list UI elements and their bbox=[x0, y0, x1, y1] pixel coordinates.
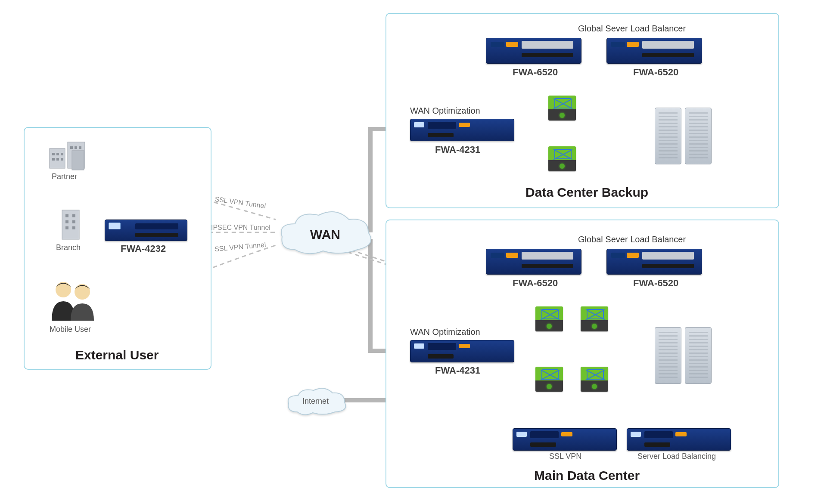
svg-rect-13 bbox=[65, 214, 68, 217]
gslb-backup-label: Global Sever Load Balancer bbox=[578, 24, 686, 34]
vpn-ipsec: IPSEC VPN Tunnel bbox=[211, 224, 270, 232]
svg-rect-6 bbox=[52, 158, 55, 161]
appliance-b-6520-2 bbox=[606, 38, 702, 64]
switch-m-4 bbox=[581, 367, 608, 392]
svg-rect-14 bbox=[72, 214, 75, 217]
svg-rect-15 bbox=[65, 220, 68, 223]
label-m-6520-2: FWA-6520 bbox=[633, 278, 678, 289]
appliance-b-4231 bbox=[410, 119, 514, 141]
partner-icon bbox=[45, 138, 93, 174]
wanopt-backup-label: WAN Optimization bbox=[410, 106, 480, 116]
switch-b-1 bbox=[548, 96, 576, 121]
svg-point-20 bbox=[75, 284, 90, 300]
wanopt-main-label: WAN Optimization bbox=[410, 327, 480, 337]
svg-rect-4 bbox=[56, 153, 59, 155]
label-m-4231: FWA-4231 bbox=[435, 365, 480, 376]
svg-rect-5 bbox=[61, 153, 63, 155]
appliance-m-6520-1 bbox=[486, 249, 581, 275]
sslvpn-label: SSL VPN bbox=[549, 452, 581, 461]
svg-rect-8 bbox=[61, 158, 63, 161]
svg-rect-9 bbox=[70, 146, 73, 149]
svg-rect-7 bbox=[56, 158, 59, 161]
svg-rect-11 bbox=[79, 146, 81, 149]
svg-point-19 bbox=[56, 282, 71, 297]
appliance-slb bbox=[627, 428, 731, 451]
mobile-user-label: Mobile User bbox=[50, 325, 91, 334]
diagram-stage: External User Partner Bran bbox=[0, 0, 827, 504]
switch-m-2 bbox=[581, 306, 608, 331]
svg-rect-17 bbox=[65, 226, 68, 229]
mobile-user-icon bbox=[45, 278, 101, 327]
gslb-main-label: Global Sever Load Balancer bbox=[578, 235, 686, 244]
svg-rect-3 bbox=[52, 153, 55, 155]
switch-m-1 bbox=[535, 306, 563, 331]
rack-backup bbox=[655, 108, 719, 164]
label-b-4231: FWA-4231 bbox=[435, 144, 480, 155]
branch-icon bbox=[56, 207, 86, 245]
internet-label: Internet bbox=[302, 397, 329, 406]
appliance-sslvpn bbox=[513, 428, 617, 451]
switch-b-2 bbox=[548, 146, 576, 171]
svg-rect-10 bbox=[75, 146, 77, 149]
branch-label: Branch bbox=[56, 243, 81, 252]
appliance-m-4231 bbox=[410, 340, 514, 362]
label-fwa4232: FWA-4232 bbox=[121, 243, 166, 254]
zone-main-dc-title: Main Data Center bbox=[534, 468, 640, 483]
wan-label: WAN bbox=[310, 227, 340, 242]
partner-label: Partner bbox=[52, 172, 77, 181]
svg-rect-2 bbox=[72, 151, 84, 170]
slb-label: Server Load Balancing bbox=[637, 452, 716, 461]
svg-rect-12 bbox=[62, 210, 79, 239]
switch-m-3 bbox=[535, 367, 563, 392]
appliance-b-6520-1 bbox=[486, 38, 581, 64]
rack-main bbox=[655, 327, 719, 383]
zone-external-user-title: External User bbox=[75, 348, 159, 362]
label-m-6520-1: FWA-6520 bbox=[513, 278, 558, 289]
svg-rect-16 bbox=[72, 220, 75, 223]
zone-dc-backup-title: Data Center Backup bbox=[525, 185, 648, 200]
svg-rect-18 bbox=[72, 226, 75, 229]
appliance-m-6520-2 bbox=[606, 249, 702, 275]
appliance-fwa4232 bbox=[105, 220, 187, 241]
label-b-6520-2: FWA-6520 bbox=[633, 67, 678, 78]
label-b-6520-1: FWA-6520 bbox=[513, 67, 558, 78]
